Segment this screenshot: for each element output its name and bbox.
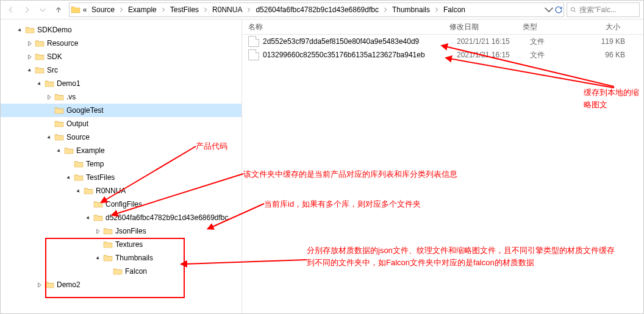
tree-node-label: Textures <box>115 240 143 249</box>
chevron-right-icon[interactable] <box>118 7 124 12</box>
column-date[interactable]: 修改日期 <box>449 22 523 32</box>
tree-node[interactable]: Src <box>1 63 242 77</box>
folder-icon <box>64 146 74 155</box>
tree-node[interactable]: Source <box>1 130 242 144</box>
tree-node-label: JsonFiles <box>115 227 146 235</box>
collapse-icon[interactable] <box>35 81 43 87</box>
folder-icon <box>103 226 113 236</box>
folder-icon <box>45 280 54 290</box>
expand-icon[interactable] <box>93 229 102 234</box>
collapse-icon[interactable] <box>25 68 34 73</box>
folder-icon <box>54 119 64 129</box>
collapse-icon[interactable] <box>64 175 73 180</box>
tree-node-label: SDKDemo <box>37 26 72 34</box>
expand-icon[interactable] <box>35 282 43 288</box>
tree-node[interactable]: Demo1 <box>1 77 242 90</box>
file-row[interactable]: 2d552e53cf97dda5ef8150e80f40a9e5483e40d9… <box>242 35 643 48</box>
expand-icon[interactable] <box>25 54 34 60</box>
breadcrumb-segment[interactable]: Thumbnails <box>388 3 434 16</box>
folder-icon <box>54 105 64 115</box>
tree-node[interactable]: Example <box>1 144 242 157</box>
folder-icon <box>25 25 35 35</box>
file-type: 文件 <box>530 50 579 60</box>
chevron-right-icon[interactable] <box>382 7 388 12</box>
nav-back-button[interactable] <box>3 2 19 17</box>
tree-node[interactable]: Output <box>1 117 242 130</box>
tree-node[interactable]: Demo2 <box>1 278 242 291</box>
tree-node[interactable]: ConfigFiles <box>1 198 242 211</box>
tree-node-label: Temp <box>86 160 104 168</box>
chevron-right-icon[interactable] <box>434 7 440 12</box>
folder-icon <box>113 266 123 276</box>
tree-node[interactable]: Falcon <box>1 265 242 278</box>
column-type[interactable]: 类型 <box>523 22 571 32</box>
nav-forward-button[interactable] <box>19 2 35 17</box>
tree-node-label: Falcon <box>125 267 147 276</box>
tree-node[interactable]: Temp <box>1 157 242 171</box>
tree-node-label: Demo2 <box>57 280 80 289</box>
refresh-icon <box>554 5 564 15</box>
chevron-right-icon[interactable] <box>246 7 252 12</box>
tree-node-label: Src <box>47 66 58 74</box>
file-size: 119 KB <box>579 37 625 46</box>
tree-node-label: ConfigFiles <box>106 200 142 209</box>
breadcrumb-dropdown[interactable] <box>544 5 554 15</box>
breadcrumb-segment[interactable]: Falcon <box>440 3 469 16</box>
breadcrumb-overflow[interactable]: « <box>82 5 88 14</box>
breadcrumb-segment[interactable]: Example <box>124 3 160 16</box>
chevron-down-icon <box>38 5 47 14</box>
collapse-icon[interactable] <box>15 27 24 33</box>
expand-icon[interactable] <box>25 41 34 46</box>
folder-tree[interactable]: SDKDemoResourceSDKSrcDemo1.vsGoogleTestO… <box>1 20 242 314</box>
tree-node[interactable]: R0NNUA <box>1 184 242 198</box>
chevron-right-icon[interactable] <box>202 7 209 12</box>
file-date: 2021/1/21 16:15 <box>457 51 530 59</box>
tree-node[interactable]: Resource <box>1 37 242 50</box>
column-headers[interactable]: 名称 修改日期 类型 大小 <box>242 20 643 35</box>
nav-up-button[interactable] <box>51 2 66 17</box>
tree-node[interactable]: Textures <box>1 238 242 251</box>
tree-node[interactable]: SDK <box>1 50 242 63</box>
refresh-button[interactable] <box>554 5 564 15</box>
annotation-thumbnail-cache: 缓存到本地的缩略图文 <box>584 87 643 110</box>
breadcrumb-segment[interactable]: TestFiles <box>166 3 202 16</box>
file-name: 2d552e53cf97dda5ef8150e80f40a9e5483e40d9 <box>263 37 457 46</box>
tree-node[interactable]: JsonFiles <box>1 224 242 238</box>
breadcrumb-segment[interactable]: R0NNUA <box>209 3 246 16</box>
breadcrumb-segment[interactable]: d52604fa6fbc4782b9c1d43e6869dfbc <box>252 3 382 16</box>
file-size: 96 KB <box>579 51 625 59</box>
tree-node-label: Resource <box>47 39 78 48</box>
tree-node-label: R0NNUA <box>96 187 126 195</box>
tree-node[interactable]: SDKDemo <box>1 23 242 37</box>
tree-node[interactable]: .vs <box>1 90 242 104</box>
collapse-icon[interactable] <box>74 188 82 194</box>
file-name: 013299660c82550c35176b6135a123627ba941eb <box>263 51 457 59</box>
arrow-up-icon <box>54 5 63 14</box>
tree-node[interactable]: d52604fa6fbc4782b9c1d43e6869dfbc <box>1 211 242 224</box>
column-name[interactable]: 名称 <box>248 22 449 32</box>
tree-node[interactable]: GoogleTest <box>1 104 242 117</box>
recent-dropdown[interactable] <box>35 2 51 17</box>
tree-node-label: Demo1 <box>57 79 80 88</box>
search-icon <box>570 6 577 13</box>
expand-icon[interactable] <box>45 95 53 100</box>
chevron-right-icon[interactable] <box>160 7 166 12</box>
tree-node[interactable]: Thumbnails <box>1 251 242 265</box>
file-date: 2021/1/21 16:15 <box>457 37 530 46</box>
tree-node-label: Source <box>66 133 90 141</box>
tree-node[interactable]: TestFiles <box>1 171 242 184</box>
search-input[interactable]: 搜索"Falc... <box>567 2 640 17</box>
breadcrumb[interactable]: « SourceExampleTestFilesR0NNUAd52604fa6f… <box>69 2 564 17</box>
collapse-icon[interactable] <box>84 215 92 221</box>
folder-icon <box>84 186 93 196</box>
folder-icon <box>93 213 103 223</box>
arrow-left-icon <box>7 5 15 14</box>
collapse-icon[interactable] <box>93 255 102 261</box>
collapse-icon[interactable] <box>54 148 63 154</box>
column-size[interactable]: 大小 <box>571 22 620 32</box>
file-icon <box>248 36 259 47</box>
breadcrumb-segment[interactable]: Source <box>88 3 118 16</box>
folder-icon <box>74 159 84 169</box>
collapse-icon[interactable] <box>45 135 53 140</box>
file-row[interactable]: 013299660c82550c35176b6135a123627ba941eb… <box>242 48 643 62</box>
